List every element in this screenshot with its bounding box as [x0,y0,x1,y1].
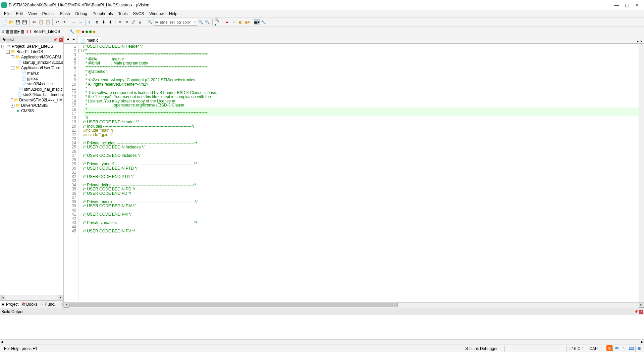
configure-button[interactable]: 🔧 [261,19,267,25]
scroll-left-button[interactable]: ◄ [0,296,5,300]
pin-icon[interactable]: 📌 [634,310,638,313]
menu-window[interactable]: Window [147,11,166,17]
batch-build-button[interactable]: ▦▾ [14,29,20,34]
panel-tab-project[interactable]: ▣Project [0,301,20,308]
ime-lang-icon[interactable]: 中 [614,345,620,351]
minimize-button[interactable]: — [614,2,619,8]
download-button[interactable]: ⬇⬇ [25,29,32,34]
ime-keyboard-icon[interactable]: ⌨ [629,345,635,351]
paste-button[interactable]: 📋 [45,19,51,25]
hscroll-right[interactable]: ► [640,340,644,345]
pack-install-button[interactable]: ◆ [89,29,92,34]
hscroll-left[interactable]: ◄ [64,303,69,308]
project-tree[interactable]: -🗂Project: BearPi_LiteOS-📁BearPi_LiteOS-… [0,43,63,295]
new-file-button[interactable]: 📄 [1,19,7,25]
rebuild-button[interactable]: ▦ [10,29,13,34]
expand-icon[interactable]: - [11,55,14,59]
menu-help[interactable]: Help [166,11,180,17]
tab-dropdown-button[interactable]: ▾ [637,40,639,43]
bookmark-button[interactable]: 🏷 [87,19,93,25]
tree-node[interactable]: 📄stm32l4xx_hal_timebase_ [1,92,63,97]
tree-node[interactable]: 📄startup_stm32l431xx.s [1,60,63,65]
ime-grid-icon[interactable]: ▦ [636,345,642,351]
incremental-find-button[interactable]: 🔍 [205,19,211,25]
select-pack-button[interactable]: ◆ [85,29,88,34]
tab-nav-left[interactable]: ◄ [65,37,70,43]
panel-close-button[interactable]: ✕ [59,38,63,42]
hscroll-left[interactable]: ◄ [0,340,4,345]
find-in-files-button[interactable]: 🔍 [198,19,204,25]
panel-close-button[interactable]: ✕ [639,310,643,314]
target-combo[interactable]: BearPi_LiteOS [34,29,69,34]
panel-tab-func[interactable]: {}Func... [39,301,59,308]
tree-node[interactable]: -📁Application/User/Core [1,65,63,71]
tree-node[interactable]: 📄stm32l4xx_it.c [1,81,63,87]
expand-icon[interactable]: - [11,66,14,70]
hscroll-right[interactable]: ► [639,303,644,308]
scroll-right-button[interactable]: ► [58,296,63,300]
tree-node[interactable]: 📄gpio.c [1,76,63,81]
menu-file[interactable]: File [1,11,13,17]
tree-node[interactable]: -🗂Project: BearPi_LiteOS [1,44,63,49]
editor-vscroll[interactable] [639,44,644,302]
expand-icon[interactable]: + [11,104,14,107]
menu-peripherals[interactable]: Peripherals [90,11,116,17]
breakpoint-disable-button[interactable]: ◐ [237,19,244,25]
nav-back-button[interactable]: ← [71,19,77,25]
stop-build-button[interactable]: ▦ [20,29,24,34]
bookmark-clear-button[interactable]: ⬇ [107,19,113,25]
editor-tab-main[interactable]: 📄 main.c [77,37,101,43]
undo-button[interactable]: ↶ [54,19,60,25]
tree-node[interactable]: +📁Drivers/CMSIS [1,103,63,108]
rte-button[interactable]: ◆ [93,29,96,34]
menu-debug[interactable]: Debug [73,11,90,17]
translate-button[interactable]: ⬇ [1,29,5,34]
menu-view[interactable]: View [25,11,40,17]
debug-start-button[interactable]: 🔍▾ [214,19,220,25]
file-ext-button[interactable]: 📁 [76,29,81,34]
breakpoint-kill-button[interactable]: ◉▾ [244,19,250,25]
panel-tab-books[interactable]: 📚Books [20,301,39,308]
menu-tools[interactable]: Tools [116,11,130,17]
nav-fwd-button[interactable]: → [77,19,84,25]
menu-svcs[interactable]: SVCS [130,11,147,17]
copy-button[interactable]: 📋 [38,19,44,25]
window-button[interactable]: ▣▾ [254,19,260,25]
tab-nav-right[interactable]: ► [71,37,76,43]
outdent-button[interactable]: ≡ [124,19,130,25]
redo-button[interactable]: ↷ [61,19,67,25]
bookmark-next-button[interactable]: ⬇ [101,19,107,25]
tree-node[interactable]: 📄stm32l4xx_hal_msp.c [1,87,63,92]
breakpoint-enable-button[interactable]: ○ [231,19,237,25]
find-button[interactable]: 🔍 [147,19,153,25]
maximize-button[interactable]: ▢ [625,2,629,8]
editor-body[interactable]: 1234567891011121314151617181920212223242… [64,44,644,302]
comment-button[interactable]: // [130,19,137,25]
menu-project[interactable]: Project [40,11,57,17]
target-options-button[interactable]: 🔧 [69,29,74,34]
menu-edit[interactable]: Edit [13,11,25,17]
tree-node[interactable]: -📁Application/MDK-ARM [1,54,63,60]
cut-button[interactable]: ✂ [31,19,37,25]
breakpoint-insert-button[interactable]: ● [224,19,230,25]
tab-close-button[interactable]: ✕ [640,40,643,43]
code-editor[interactable]: /* USER CODE BEGIN Header *//** ********… [82,44,639,302]
bookmark-prev-button[interactable]: ⬆ [94,19,100,25]
build-hscroll[interactable]: ◄ ► [0,339,644,345]
close-button[interactable]: ✕ [635,2,639,8]
expand-icon[interactable]: - [1,45,5,48]
expand-icon[interactable]: - [6,50,10,54]
ime-punct-icon[interactable]: °, [621,345,627,351]
tree-hscroll[interactable]: ◄ ► [0,295,63,300]
pin-icon[interactable]: 📌 [53,38,57,41]
expand-icon[interactable]: + [11,98,13,102]
build-button[interactable]: ▦ [5,29,9,34]
indent-button[interactable]: ≡ [117,19,123,25]
tree-node[interactable]: +📁Drivers/STM32L4xx_HAL_Driv [1,97,63,103]
tree-node[interactable]: -📁BearPi_LiteOS [1,49,63,54]
tree-node[interactable]: 📄main.c [1,71,63,76]
open-file-button[interactable]: 📂 [8,19,14,25]
menu-flash[interactable]: Flash [57,11,72,17]
uncomment-button[interactable]: // [137,19,143,25]
ime-icon[interactable]: S [606,345,612,351]
